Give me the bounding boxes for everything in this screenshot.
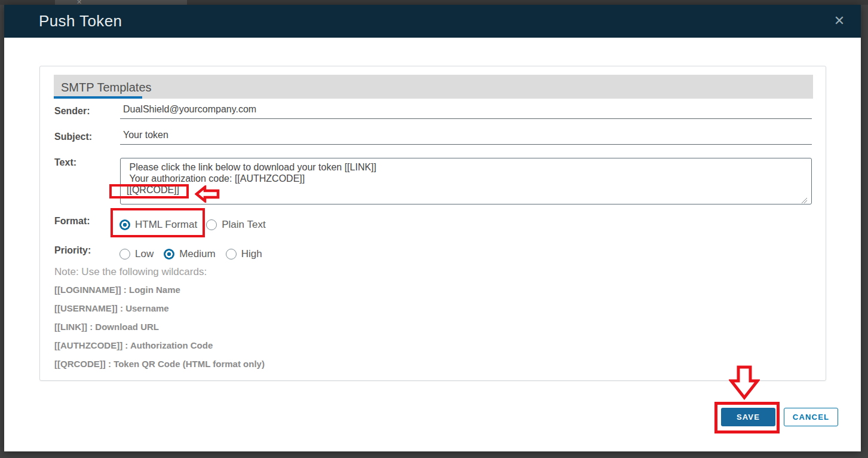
format-radio-group: HTML Format Plain Text: [119, 219, 266, 231]
dialog-title: Push Token: [4, 12, 122, 30]
radio-priority-high[interactable]: High: [226, 248, 262, 260]
radio-html-format[interactable]: HTML Format: [119, 219, 197, 231]
textarea-resize-handle-icon[interactable]: [800, 197, 808, 204]
dialog-header: Push Token ✕: [4, 5, 861, 38]
smtp-template-card: SMTP Templates Sender: DualShield@yourco…: [39, 66, 826, 381]
radio-label: Plain Text: [222, 219, 265, 231]
priority-radio-group: Low Medium High: [119, 248, 262, 260]
push-token-dialog: Push Token ✕ SMTP Templates Sender: Dual…: [4, 5, 861, 451]
active-tab-underline: [54, 96, 142, 99]
save-button[interactable]: SAVE: [721, 408, 775, 426]
radio-selected-icon[interactable]: [164, 249, 174, 259]
text-input[interactable]: Please click the link below to download …: [120, 158, 812, 204]
tab-label: SMTP Templates: [61, 81, 152, 94]
radio-priority-medium[interactable]: Medium: [164, 248, 215, 260]
radio-label: HTML Format: [135, 219, 197, 231]
radio-selected-icon[interactable]: [119, 219, 130, 230]
background-tab: ✕: [55, 0, 187, 5]
subject-input[interactable]: Your token: [120, 130, 812, 145]
tab-smtp-templates[interactable]: SMTP Templates: [54, 75, 159, 99]
radio-unselected-icon[interactable]: [226, 249, 237, 259]
wildcard-item: [[AUTHZCODE]] : Authorization Code: [54, 339, 265, 358]
wildcard-item: [[LOGINNAME]] : Login Name: [54, 283, 265, 302]
close-icon[interactable]: ✕: [831, 13, 848, 29]
text-label: Text:: [54, 157, 76, 168]
radio-priority-low[interactable]: Low: [119, 248, 154, 260]
wildcards-note: Note: Use the following wildcards:: [54, 266, 207, 278]
tab-bar: SMTP Templates: [54, 75, 813, 99]
radio-unselected-icon[interactable]: [206, 219, 217, 230]
wildcard-item: [[QRCODE]] : Token QR Code (HTML format …: [54, 358, 265, 376]
wildcards-list: [[LOGINNAME]] : Login Name [[USERNAME]] …: [54, 283, 265, 376]
wildcard-item: [[USERNAME]] : Username: [54, 302, 265, 320]
radio-plain-text[interactable]: Plain Text: [206, 219, 265, 231]
background-top-strip: ✕: [0, 0, 868, 5]
sender-input[interactable]: DualShield@yourcompany.com: [120, 104, 812, 119]
radio-label: Medium: [179, 248, 215, 260]
wildcard-item: [[LINK]] : Download URL: [54, 320, 265, 339]
radio-label: Low: [135, 248, 154, 260]
radio-label: High: [241, 248, 262, 260]
priority-label: Priority:: [54, 245, 91, 256]
format-label: Format:: [54, 216, 90, 227]
sender-label: Sender:: [54, 106, 90, 117]
radio-unselected-icon[interactable]: [119, 249, 130, 259]
background-tab-close-icon: ✕: [76, 0, 82, 5]
cancel-button[interactable]: CANCEL: [784, 408, 838, 426]
subject-label: Subject:: [54, 132, 92, 142]
